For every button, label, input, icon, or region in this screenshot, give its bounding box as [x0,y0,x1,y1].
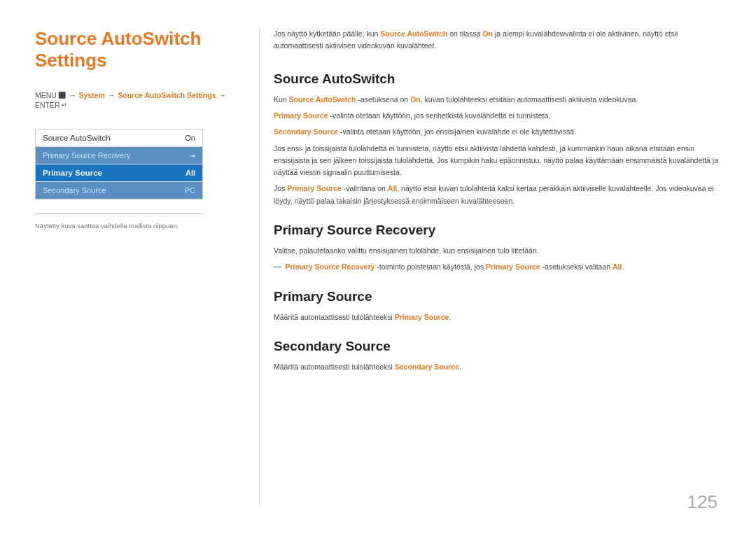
section-primary-source-body: Määritä automaattisesti tulolähteeksi Pr… [274,311,721,323]
menu-item-primary[interactable]: Primary Source All [36,164,202,182]
breadcrumb-arrow3: → [219,91,227,99]
breadcrumb-menu: MENU [35,91,57,99]
menu-item3-label: Secondary Source [43,186,106,195]
breadcrumb-enter-icon: ↵ [62,101,67,108]
top-intro: Jos näyttö kytketään päälle, kun Source … [274,28,721,52]
menu-box: Source AutoSwitch On Primary Source Reco… [35,129,203,199]
breadcrumb: MENU ⬛ → System → Source AutoSwitch Sett… [35,91,238,109]
menu-item1-arrow: ➟ [190,152,195,160]
menu-header-label: Source AutoSwitch [43,134,111,142]
breadcrumb-arrow1: → [69,91,76,99]
menu-item-recovery[interactable]: Primary Source Recovery ➟ [36,147,202,164]
left-panel: Source AutoSwitch Settings MENU ⬛ → Syst… [35,28,259,506]
menu-item-secondary[interactable]: Secondary Source PC [36,182,202,199]
right-panel: Jos näyttö kytketään päälle, kun Source … [259,28,721,506]
footnote: Näytetty kuva saattaa vaihdella mallista… [35,221,196,230]
section-primary-recovery: Primary Source Recovery Valitse, palaute… [274,223,721,274]
section-primary-recovery-title: Primary Source Recovery [274,223,721,238]
breadcrumb-arrow2: → [108,91,115,99]
separator [35,213,203,214]
section-secondary-source-title: Secondary Source [274,339,721,354]
section-autoswitch-title: Source AutoSwitch [274,71,721,87]
breadcrumb-settings: Source AutoSwitch Settings [118,91,216,99]
page-container: Source AutoSwitch Settings MENU ⬛ → Syst… [0,0,756,534]
dash-symbol: — [274,261,281,273]
menu-item3-value: PC [185,186,195,195]
breadcrumb-enter: ENTER [35,101,60,109]
menu-item2-value: All [186,169,195,177]
section-secondary-source: Secondary Source Määritä automaattisesti… [274,339,721,373]
breadcrumb-icon: ⬛ [58,92,66,99]
section-primary-source: Primary Source Määritä automaattisesti t… [274,289,721,323]
section-secondary-source-body: Määritä automaattisesti tulolähteeksi Se… [274,361,721,373]
page-title: Source AutoSwitch Settings [35,28,238,71]
dash-text: Primary Source Recovery -toiminto poiste… [286,261,624,273]
menu-item2-label: Primary Source [43,169,102,177]
section-primary-recovery-body: Valitse, palautetaanko valittu ensisijai… [274,245,721,274]
section-autoswitch-body: Kun Source AutoSwitch -asetuksena on On,… [274,94,721,208]
intro-highlight2: On [482,29,493,38]
menu-item1-label: Primary Source Recovery [43,151,130,160]
menu-header-value: On [185,134,195,142]
section-primary-source-title: Primary Source [274,289,721,304]
intro-highlight1: Source AutoSwitch [380,29,447,38]
menu-item-header[interactable]: Source AutoSwitch On [36,129,202,147]
page-number: 125 [687,491,718,513]
dash-note: — Primary Source Recovery -toiminto pois… [274,261,721,273]
breadcrumb-system: System [78,91,104,99]
section-autoswitch: Source AutoSwitch Kun Source AutoSwitch … [274,71,721,208]
